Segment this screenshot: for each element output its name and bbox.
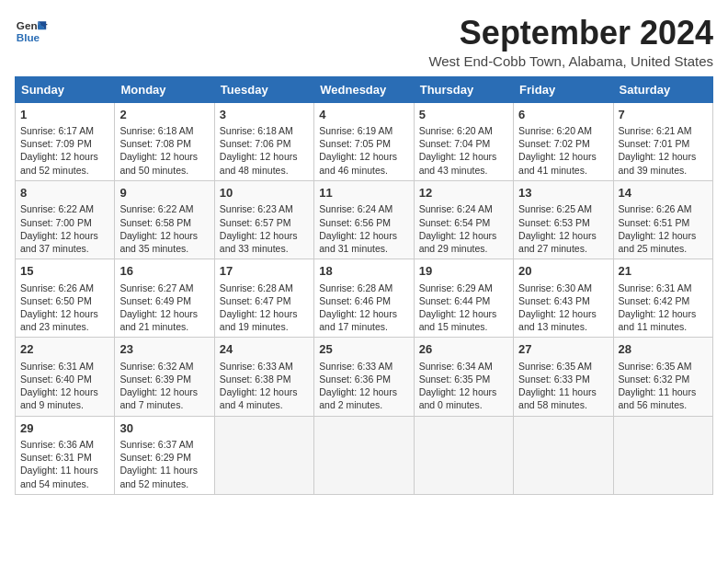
weekday-header-tuesday: Tuesday bbox=[214, 76, 313, 102]
calendar-day: 24Sunrise: 6:33 AMSunset: 6:38 PMDayligh… bbox=[214, 338, 313, 416]
calendar-day: 18Sunrise: 6:28 AMSunset: 6:46 PMDayligh… bbox=[314, 259, 414, 338]
day-number: 4 bbox=[319, 107, 408, 123]
day-info: Sunrise: 6:28 AMSunset: 6:46 PMDaylight:… bbox=[319, 282, 408, 334]
calendar-week-row: 29Sunrise: 6:36 AMSunset: 6:31 PMDayligh… bbox=[16, 416, 713, 494]
weekday-header-monday: Monday bbox=[115, 76, 214, 102]
day-info: Sunrise: 6:25 AMSunset: 6:53 PMDaylight:… bbox=[518, 202, 608, 255]
calendar-day bbox=[214, 416, 313, 494]
day-number: 23 bbox=[119, 341, 209, 358]
day-info: Sunrise: 6:28 AMSunset: 6:47 PMDaylight:… bbox=[220, 282, 309, 334]
calendar-day: 10Sunrise: 6:23 AMSunset: 6:57 PMDayligh… bbox=[214, 180, 313, 259]
title-block: September 2024 West End-Cobb Town, Alaba… bbox=[428, 15, 713, 69]
day-number: 12 bbox=[419, 185, 508, 201]
calendar-day: 1Sunrise: 6:17 AMSunset: 7:09 PMDaylight… bbox=[16, 102, 115, 180]
calendar-day bbox=[514, 416, 613, 494]
day-number: 11 bbox=[319, 185, 408, 201]
calendar-day bbox=[414, 416, 513, 494]
day-number: 15 bbox=[20, 263, 109, 280]
day-info: Sunrise: 6:21 AMSunset: 7:01 PMDaylight:… bbox=[619, 124, 708, 177]
calendar-day: 17Sunrise: 6:28 AMSunset: 6:47 PMDayligh… bbox=[214, 259, 313, 338]
day-info: Sunrise: 6:30 AMSunset: 6:43 PMDaylight:… bbox=[518, 282, 608, 334]
calendar-day: 2Sunrise: 6:18 AMSunset: 7:08 PMDaylight… bbox=[115, 102, 214, 180]
day-info: Sunrise: 6:35 AMSunset: 6:32 PMDaylight:… bbox=[619, 360, 708, 412]
calendar-day: 7Sunrise: 6:21 AMSunset: 7:01 PMDaylight… bbox=[613, 102, 712, 180]
day-info: Sunrise: 6:17 AMSunset: 7:09 PMDaylight:… bbox=[20, 124, 109, 177]
day-info: Sunrise: 6:34 AMSunset: 6:35 PMDaylight:… bbox=[419, 360, 508, 412]
weekday-header-thursday: Thursday bbox=[414, 76, 513, 102]
day-number: 10 bbox=[220, 185, 309, 201]
calendar-day: 30Sunrise: 6:37 AMSunset: 6:29 PMDayligh… bbox=[115, 416, 214, 494]
calendar-week-row: 1Sunrise: 6:17 AMSunset: 7:09 PMDaylight… bbox=[16, 102, 713, 180]
day-info: Sunrise: 6:23 AMSunset: 6:57 PMDaylight:… bbox=[220, 202, 309, 255]
day-info: Sunrise: 6:18 AMSunset: 7:08 PMDaylight:… bbox=[119, 124, 209, 177]
calendar-day: 16Sunrise: 6:27 AMSunset: 6:49 PMDayligh… bbox=[115, 259, 214, 338]
weekday-header-friday: Friday bbox=[514, 76, 613, 102]
calendar-day: 4Sunrise: 6:19 AMSunset: 7:05 PMDaylight… bbox=[314, 102, 414, 180]
day-info: Sunrise: 6:37 AMSunset: 6:29 PMDaylight:… bbox=[119, 438, 209, 490]
day-number: 5 bbox=[419, 107, 508, 123]
day-info: Sunrise: 6:26 AMSunset: 6:50 PMDaylight:… bbox=[20, 282, 109, 334]
calendar-day: 8Sunrise: 6:22 AMSunset: 7:00 PMDaylight… bbox=[16, 180, 115, 259]
day-number: 29 bbox=[20, 420, 109, 437]
calendar-day: 27Sunrise: 6:35 AMSunset: 6:33 PMDayligh… bbox=[514, 338, 613, 416]
logo: General Blue bbox=[15, 15, 48, 48]
day-info: Sunrise: 6:36 AMSunset: 6:31 PMDaylight:… bbox=[20, 438, 109, 490]
svg-text:Blue: Blue bbox=[17, 31, 40, 43]
page-header: General Blue September 2024 West End-Cob… bbox=[15, 15, 713, 69]
calendar-day: 15Sunrise: 6:26 AMSunset: 6:50 PMDayligh… bbox=[16, 259, 115, 338]
day-number: 20 bbox=[518, 263, 608, 280]
month-title: September 2024 bbox=[428, 15, 713, 52]
day-number: 19 bbox=[419, 263, 508, 280]
day-number: 8 bbox=[20, 185, 109, 201]
location-title: West End-Cobb Town, Alabama, United Stat… bbox=[428, 53, 713, 69]
day-info: Sunrise: 6:33 AMSunset: 6:38 PMDaylight:… bbox=[220, 360, 309, 412]
day-number: 26 bbox=[419, 341, 508, 358]
day-number: 2 bbox=[119, 107, 209, 123]
calendar-day: 13Sunrise: 6:25 AMSunset: 6:53 PMDayligh… bbox=[514, 180, 613, 259]
day-number: 21 bbox=[619, 263, 708, 280]
calendar-week-row: 22Sunrise: 6:31 AMSunset: 6:40 PMDayligh… bbox=[16, 338, 713, 416]
day-number: 27 bbox=[518, 341, 608, 358]
calendar-day: 6Sunrise: 6:20 AMSunset: 7:02 PMDaylight… bbox=[514, 102, 613, 180]
day-number: 7 bbox=[619, 107, 708, 123]
weekday-header-wednesday: Wednesday bbox=[314, 76, 414, 102]
day-info: Sunrise: 6:24 AMSunset: 6:56 PMDaylight:… bbox=[319, 202, 408, 255]
calendar-day: 12Sunrise: 6:24 AMSunset: 6:54 PMDayligh… bbox=[414, 180, 513, 259]
calendar-day: 22Sunrise: 6:31 AMSunset: 6:40 PMDayligh… bbox=[16, 338, 115, 416]
day-info: Sunrise: 6:18 AMSunset: 7:06 PMDaylight:… bbox=[220, 124, 309, 177]
calendar-day: 20Sunrise: 6:30 AMSunset: 6:43 PMDayligh… bbox=[514, 259, 613, 338]
calendar-day: 23Sunrise: 6:32 AMSunset: 6:39 PMDayligh… bbox=[115, 338, 214, 416]
weekday-header-saturday: Saturday bbox=[613, 76, 712, 102]
calendar-week-row: 8Sunrise: 6:22 AMSunset: 7:00 PMDaylight… bbox=[16, 180, 713, 259]
calendar-day: 14Sunrise: 6:26 AMSunset: 6:51 PMDayligh… bbox=[613, 180, 712, 259]
calendar-day: 11Sunrise: 6:24 AMSunset: 6:56 PMDayligh… bbox=[314, 180, 414, 259]
day-number: 14 bbox=[619, 185, 708, 201]
calendar-day: 26Sunrise: 6:34 AMSunset: 6:35 PMDayligh… bbox=[414, 338, 513, 416]
day-info: Sunrise: 6:24 AMSunset: 6:54 PMDaylight:… bbox=[419, 202, 508, 255]
day-number: 3 bbox=[220, 107, 309, 123]
day-number: 17 bbox=[220, 263, 309, 280]
day-number: 9 bbox=[119, 185, 209, 201]
day-number: 18 bbox=[319, 263, 408, 280]
day-info: Sunrise: 6:20 AMSunset: 7:04 PMDaylight:… bbox=[419, 124, 508, 177]
logo-icon: General Blue bbox=[15, 15, 48, 48]
day-number: 28 bbox=[619, 341, 708, 358]
calendar-week-row: 15Sunrise: 6:26 AMSunset: 6:50 PMDayligh… bbox=[16, 259, 713, 338]
day-info: Sunrise: 6:19 AMSunset: 7:05 PMDaylight:… bbox=[319, 124, 408, 177]
calendar-day: 28Sunrise: 6:35 AMSunset: 6:32 PMDayligh… bbox=[613, 338, 712, 416]
calendar-day bbox=[314, 416, 414, 494]
calendar-day bbox=[613, 416, 712, 494]
day-number: 22 bbox=[20, 341, 109, 358]
day-info: Sunrise: 6:35 AMSunset: 6:33 PMDaylight:… bbox=[518, 360, 608, 412]
calendar-day: 5Sunrise: 6:20 AMSunset: 7:04 PMDaylight… bbox=[414, 102, 513, 180]
calendar-day: 9Sunrise: 6:22 AMSunset: 6:58 PMDaylight… bbox=[115, 180, 214, 259]
weekday-header-sunday: Sunday bbox=[16, 76, 115, 102]
calendar-day: 25Sunrise: 6:33 AMSunset: 6:36 PMDayligh… bbox=[314, 338, 414, 416]
day-info: Sunrise: 6:26 AMSunset: 6:51 PMDaylight:… bbox=[619, 202, 708, 255]
day-info: Sunrise: 6:33 AMSunset: 6:36 PMDaylight:… bbox=[319, 360, 408, 412]
day-number: 1 bbox=[20, 107, 109, 123]
calendar-day: 21Sunrise: 6:31 AMSunset: 6:42 PMDayligh… bbox=[613, 259, 712, 338]
day-number: 13 bbox=[518, 185, 608, 201]
day-number: 16 bbox=[119, 263, 209, 280]
day-info: Sunrise: 6:31 AMSunset: 6:42 PMDaylight:… bbox=[619, 282, 708, 334]
